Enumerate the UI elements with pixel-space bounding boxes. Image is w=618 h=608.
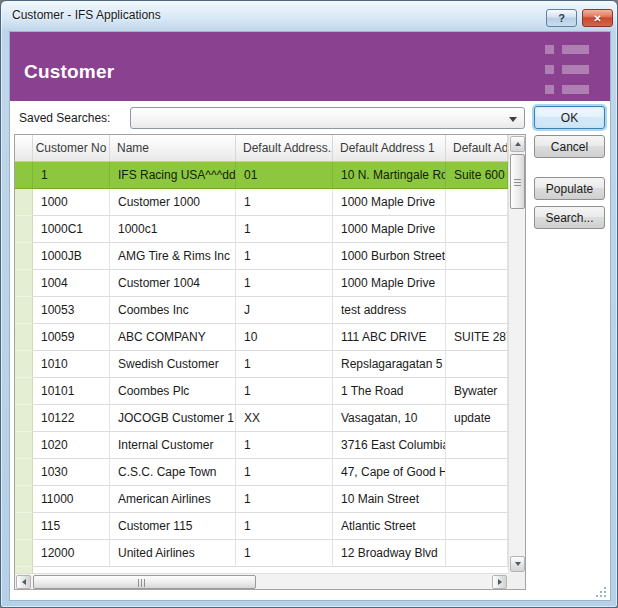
cell-default-address-2[interactable] [446, 486, 508, 513]
cell-name[interactable]: Customer 1000 [110, 189, 236, 216]
cell-name[interactable]: ABC COMPANY [110, 324, 236, 351]
column-header-default-address-2[interactable]: Default Ad [446, 135, 508, 161]
table-row[interactable]: 1010 Swedish Customer 1 Repslagaragatan … [15, 351, 508, 378]
ok-button[interactable]: OK [534, 106, 605, 129]
scroll-up-button[interactable] [510, 136, 525, 152]
cell-default-address-1[interactable]: 3716 East Columbia [333, 432, 446, 459]
row-selector-cell[interactable] [15, 243, 33, 270]
row-selector-cell[interactable] [15, 486, 33, 513]
cell-name[interactable]: IFS Racing USA^^^dd [110, 162, 236, 189]
vertical-scrollbar-thumb[interactable] [510, 154, 525, 209]
cell-customer-no[interactable]: 10059 [33, 324, 110, 351]
cell-customer-no[interactable]: 1030 [33, 459, 110, 486]
row-selector-cell[interactable] [15, 324, 33, 351]
cell-default-address[interactable]: 1 [236, 189, 333, 216]
cell-default-address-1[interactable]: 1000 Maple Drive [333, 270, 446, 297]
table-row[interactable]: 10059 ABC COMPANY 10 111 ABC DRIVE SUITE… [15, 324, 508, 351]
row-selector-cell[interactable] [15, 378, 33, 405]
cell-default-address[interactable]: XX [236, 405, 333, 432]
cell-default-address[interactable]: 1 [236, 486, 333, 513]
cell-name[interactable]: AMG Tire & Rims Inc [110, 243, 236, 270]
scroll-left-button[interactable] [16, 575, 31, 589]
row-selector-cell[interactable] [15, 297, 33, 324]
cell-default-address-2[interactable]: Suite 600 [446, 162, 508, 189]
cell-default-address-2[interactable] [446, 216, 508, 243]
cell-name[interactable]: Customer 115 [110, 513, 236, 540]
cell-customer-no[interactable]: 1000JB [33, 243, 110, 270]
cell-default-address-1[interactable]: 10 N. Martingale Road [333, 162, 446, 189]
cell-default-address[interactable]: 1 [236, 216, 333, 243]
table-row[interactable]: 1 IFS Racing USA^^^dd 01 10 N. Martingal… [15, 162, 508, 189]
cell-customer-no[interactable]: 1020 [33, 432, 110, 459]
cell-default-address-1[interactable]: 10 Main Street [333, 486, 446, 513]
cell-default-address-2[interactable] [446, 243, 508, 270]
row-selector-cell[interactable] [15, 432, 33, 459]
cell-name[interactable]: Coombes Inc [110, 297, 236, 324]
table-row[interactable]: 10122 JOCOGB Customer 1 XX Vasagatan, 10… [15, 405, 508, 432]
cell-default-address-1[interactable]: 1000 Maple Drive [333, 189, 446, 216]
row-selector-cell[interactable] [15, 540, 33, 567]
cell-name[interactable]: American Airlines [110, 486, 236, 513]
cell-customer-no[interactable]: 1 [33, 162, 110, 189]
cell-customer-no[interactable]: 1000 [33, 189, 110, 216]
row-selector-cell[interactable] [15, 459, 33, 486]
cell-default-address-1[interactable]: 12 Broadway Blvd [333, 540, 446, 567]
cell-default-address-2[interactable]: update [446, 405, 508, 432]
cell-default-address-1[interactable]: 47, Cape of Good Hop... [333, 459, 446, 486]
scroll-right-button[interactable] [492, 575, 507, 589]
cell-default-address[interactable]: 01 [236, 162, 333, 189]
column-header-name[interactable]: Name [110, 135, 236, 161]
cell-default-address-1[interactable]: 1000 Burbon Street [333, 243, 446, 270]
cell-customer-no[interactable]: 10122 [33, 405, 110, 432]
cell-default-address[interactable]: 1 [236, 243, 333, 270]
help-button[interactable]: ? [546, 9, 577, 27]
chevron-down-icon[interactable] [509, 117, 517, 122]
titlebar[interactable]: Customer - IFS Applications ? ✕ [1, 1, 617, 31]
vertical-scrollbar[interactable] [508, 135, 525, 573]
cell-default-address[interactable]: 1 [236, 270, 333, 297]
column-header-default-address-1[interactable]: Default Address 1 [333, 135, 446, 161]
cell-default-address-2[interactable] [446, 351, 508, 378]
cell-name[interactable]: Swedish Customer [110, 351, 236, 378]
cell-default-address-1[interactable]: 111 ABC DRIVE [333, 324, 446, 351]
resize-grip[interactable] [593, 584, 606, 597]
cell-default-address[interactable]: 1 [236, 540, 333, 567]
scroll-down-button[interactable] [510, 556, 525, 572]
cell-customer-no[interactable]: 1010 [33, 351, 110, 378]
cell-default-address-2[interactable] [446, 189, 508, 216]
cell-name[interactable]: C.S.C. Cape Town [110, 459, 236, 486]
populate-button[interactable]: Populate [534, 177, 605, 200]
cell-default-address[interactable]: 1 [236, 513, 333, 540]
cell-name[interactable]: Customer 1004 [110, 270, 236, 297]
cell-customer-no[interactable]: 11000 [33, 486, 110, 513]
table-row[interactable]: 1004 Customer 1004 1 1000 Maple Drive [15, 270, 508, 297]
horizontal-scrollbar-thumb[interactable] [33, 575, 256, 589]
cell-name[interactable]: 1000c1 [110, 216, 236, 243]
cell-default-address[interactable]: 10 [236, 324, 333, 351]
cell-default-address-1[interactable]: Repslagaragatan 5 [333, 351, 446, 378]
horizontal-scrollbar[interactable] [15, 573, 508, 589]
table-row[interactable]: 1000JB AMG Tire & Rims Inc 1 1000 Burbon… [15, 243, 508, 270]
saved-searches-combobox[interactable] [130, 107, 525, 129]
cancel-button[interactable]: Cancel [534, 135, 605, 158]
table-row[interactable]: 12000 United Airlines 1 12 Broadway Blvd [15, 540, 508, 567]
cell-name[interactable]: United Airlines [110, 540, 236, 567]
cell-customer-no[interactable]: 12000 [33, 540, 110, 567]
cell-default-address-2[interactable] [446, 540, 508, 567]
cell-customer-no[interactable]: 1004 [33, 270, 110, 297]
table-row[interactable]: 1000C1 1000c1 1 1000 Maple Drive [15, 216, 508, 243]
cell-name[interactable]: JOCOGB Customer 1 [110, 405, 236, 432]
cell-default-address-2[interactable] [446, 297, 508, 324]
row-selector-cell[interactable] [15, 162, 33, 189]
table-row[interactable]: 115 Customer 115 1 Atlantic Street [15, 513, 508, 540]
cell-default-address-2[interactable] [446, 432, 508, 459]
cell-default-address-1[interactable]: 1 The Road [333, 378, 446, 405]
cell-customer-no[interactable]: 10053 [33, 297, 110, 324]
table-row[interactable]: 10053 Coombes Inc J test address [15, 297, 508, 324]
table-row[interactable]: 1000 Customer 1000 1 1000 Maple Drive [15, 189, 508, 216]
cell-default-address-2[interactable] [446, 513, 508, 540]
row-selector-cell[interactable] [15, 513, 33, 540]
cell-default-address-1[interactable]: Vasagatan, 10 [333, 405, 446, 432]
table-row[interactable]: 10101 Coombes Plc 1 1 The Road Bywater [15, 378, 508, 405]
cell-name[interactable]: Internal Customer [110, 432, 236, 459]
